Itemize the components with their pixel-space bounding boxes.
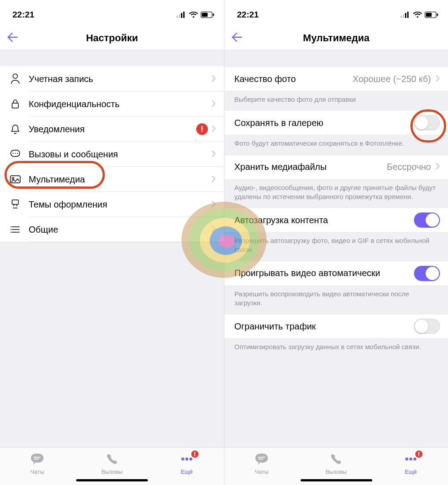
tab-bar: Чаты Вызовы ! Ещё: [0, 447, 224, 485]
tab-label: Чаты: [30, 468, 44, 475]
svg-point-11: [12, 178, 14, 179]
row-value: Хорошее (~250 кб): [353, 74, 431, 84]
sidebar-item-general[interactable]: Общие: [0, 217, 224, 242]
multimedia-list: Качество фото Хорошее (~250 кб) Выберите…: [224, 50, 448, 447]
svg-point-29: [409, 458, 413, 461]
row-photo-quality[interactable]: Качество фото Хорошее (~250 кб): [224, 66, 448, 91]
signal-icon: [401, 12, 410, 18]
home-indicator[interactable]: [301, 479, 372, 481]
svg-point-15: [11, 232, 12, 233]
svg-rect-3: [183, 12, 185, 18]
home-indicator[interactable]: [76, 479, 148, 481]
row-auto-download[interactable]: Автозагрузка контента: [224, 208, 448, 233]
svg-point-17: [181, 458, 184, 461]
svg-rect-12: [12, 200, 18, 204]
row-label: Мультимедиа: [29, 174, 211, 185]
svg-rect-27: [255, 454, 268, 463]
phone-settings: 22:21 Настройки Учетная запись: [0, 0, 224, 485]
row-label: Хранить медиафайлы: [234, 162, 387, 172]
sidebar-item-calls-messages[interactable]: Вызовы и сообщения: [0, 142, 224, 167]
toggle-limit-traffic[interactable]: [414, 319, 440, 334]
svg-point-13: [11, 226, 12, 227]
row-store-media[interactable]: Хранить медиафайлы Бессрочно: [224, 155, 448, 180]
tab-more[interactable]: ! Ещё: [374, 448, 448, 485]
chat-icon: [8, 149, 22, 159]
tab-chats[interactable]: Чаты: [0, 448, 75, 485]
toggle-autoplay-video[interactable]: [414, 266, 440, 281]
row-label: Проигрывать видео автоматически: [234, 268, 414, 278]
chevron-right-icon: [211, 74, 216, 84]
wifi-icon: [413, 12, 422, 18]
row-label: Ограничить трафик: [234, 321, 414, 332]
chevron-right-icon: [211, 225, 216, 235]
tab-label: Вызовы: [101, 468, 122, 475]
status-indicators: [177, 12, 214, 18]
tab-alert-badge: !: [414, 450, 423, 459]
status-time: 22:21: [237, 10, 259, 20]
chat-bubble-icon: [254, 452, 269, 468]
svg-rect-6: [213, 13, 214, 16]
chat-bubble-icon: [30, 452, 45, 468]
sidebar-item-privacy[interactable]: Конфиденциальность: [0, 91, 224, 117]
phone-icon: [329, 452, 343, 468]
chevron-right-icon: [211, 149, 216, 160]
row-label: Уведомления: [29, 124, 196, 134]
person-icon: [8, 74, 22, 84]
chevron-right-icon: [211, 199, 216, 210]
row-label: Темы оформления: [29, 199, 211, 210]
svg-point-7: [13, 74, 17, 78]
status-bar: 22:21: [0, 0, 224, 26]
tab-more[interactable]: ! Ещё: [149, 448, 224, 485]
row-autoplay-video[interactable]: Проигрывать видео автоматически: [224, 261, 448, 286]
tab-chats[interactable]: Чаты: [224, 448, 299, 485]
back-button[interactable]: [231, 32, 242, 44]
row-value: Бессрочно: [387, 162, 431, 172]
page-title: Мультимедиа: [224, 32, 448, 44]
row-label: Конфиденциальность: [29, 99, 211, 109]
chevron-right-icon: [211, 124, 216, 134]
wifi-icon: [189, 12, 198, 18]
sidebar-item-multimedia[interactable]: Мультимедиа: [0, 167, 224, 192]
svg-rect-2: [181, 13, 182, 18]
lock-icon: [8, 99, 22, 109]
section-footer: Фото будут автоматически сохраняться в Ф…: [224, 135, 448, 154]
status-time: 22:21: [13, 10, 34, 20]
row-label: Автозагрузка контента: [234, 215, 414, 225]
svg-rect-22: [405, 13, 406, 18]
battery-icon: [425, 12, 438, 18]
svg-point-19: [189, 458, 192, 461]
toggle-auto-download[interactable]: [414, 212, 440, 228]
tab-alert-badge: !: [190, 450, 199, 459]
chevron-right-icon: [435, 74, 440, 84]
chevron-right-icon: [211, 174, 216, 185]
row-limit-traffic[interactable]: Ограничить трафик: [224, 314, 448, 339]
brush-icon: [8, 199, 22, 210]
svg-point-18: [185, 458, 188, 461]
row-save-gallery[interactable]: Сохранять в галерею: [224, 110, 448, 135]
svg-rect-16: [31, 454, 43, 463]
chevron-right-icon: [435, 162, 440, 172]
sidebar-item-notifications[interactable]: Уведомления !: [0, 117, 224, 142]
tab-label: Ещё: [405, 468, 417, 475]
svg-rect-0: [177, 16, 178, 18]
section-footer: Аудио-, видеосообщения, фото и другие пр…: [224, 180, 448, 208]
svg-rect-20: [401, 16, 402, 18]
svg-rect-21: [403, 14, 404, 18]
settings-list: Учетная запись Конфиденциальность: [0, 50, 224, 447]
svg-rect-25: [426, 13, 432, 17]
svg-rect-1: [179, 14, 180, 18]
sidebar-item-themes[interactable]: Темы оформления: [0, 192, 224, 217]
toggle-save-gallery[interactable]: [414, 115, 440, 130]
chevron-right-icon: [211, 99, 216, 109]
sidebar-item-account[interactable]: Учетная запись: [0, 66, 224, 91]
phone-icon: [105, 452, 119, 468]
chevron-left-icon: [6, 32, 18, 43]
svg-point-14: [11, 229, 12, 230]
nav-bar: Мультимедиа: [224, 26, 448, 50]
svg-rect-26: [437, 13, 438, 16]
back-button[interactable]: [6, 32, 18, 44]
svg-point-28: [405, 458, 409, 461]
page-title: Настройки: [0, 32, 224, 44]
nav-bar: Настройки: [0, 26, 224, 50]
tab-label: Вызовы: [326, 468, 347, 475]
